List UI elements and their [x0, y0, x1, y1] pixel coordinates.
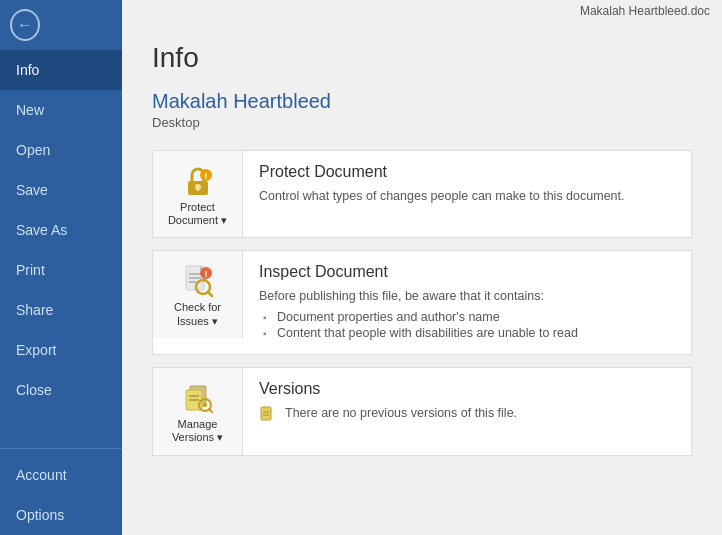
versions-icon-area[interactable]: ManageVersions ▾	[153, 368, 243, 454]
protect-icon: !	[178, 161, 218, 201]
page-title: Info	[152, 42, 692, 74]
sidebar-bottom: Account Options	[0, 455, 122, 535]
sidebar-item-close[interactable]: Close	[0, 370, 122, 410]
protect-desc: Control what types of changes people can…	[259, 187, 675, 206]
sidebar-item-saveas[interactable]: Save As	[0, 210, 122, 250]
svg-text:!: !	[204, 171, 207, 181]
svg-line-11	[208, 292, 212, 296]
inspect-icon: !	[178, 261, 218, 301]
protect-text-area: Protect Document Control what types of c…	[243, 151, 691, 218]
svg-rect-2	[196, 187, 199, 191]
inspect-text-area: Inspect Document Before publishing this …	[243, 251, 691, 354]
svg-line-19	[209, 409, 212, 412]
sidebar: ← Info New Open Save Save As Print Share…	[0, 0, 122, 535]
inspect-btn-label[interactable]: Check forIssues ▾	[174, 301, 221, 327]
inspect-list-item-1: Document properties and author's name	[259, 310, 675, 324]
main-content: Makalah Heartbleed.doc Info Makalah Hear…	[122, 0, 722, 535]
filename-label: Makalah Heartbleed.doc	[580, 4, 710, 18]
sidebar-divider	[0, 448, 122, 449]
versions-desc-row: There are no previous versions of this f…	[259, 404, 675, 423]
protect-icon-area[interactable]: ! ProtectDocument ▾	[153, 151, 243, 237]
versions-desc: There are no previous versions of this f…	[285, 404, 517, 423]
versions-card: ManageVersions ▾ Versions There are no p…	[152, 367, 692, 455]
sidebar-item-print[interactable]: Print	[0, 250, 122, 290]
sidebar-item-export[interactable]: Export	[0, 330, 122, 370]
sidebar-item-save[interactable]: Save	[0, 170, 122, 210]
versions-desc-icon	[259, 405, 277, 423]
inspect-card: ! Check forIssues ▾ Inspect Document Bef…	[152, 250, 692, 355]
back-icon: ←	[10, 9, 40, 41]
versions-btn-label[interactable]: ManageVersions ▾	[172, 418, 223, 444]
inspect-list: Document properties and author's name Co…	[259, 310, 675, 340]
versions-text-area: Versions There are no previous versions …	[243, 368, 691, 435]
sidebar-item-options[interactable]: Options	[0, 495, 122, 535]
inspect-heading: Inspect Document	[259, 263, 675, 281]
sidebar-item-open[interactable]: Open	[0, 130, 122, 170]
versions-heading: Versions	[259, 380, 675, 398]
protect-card: ! ProtectDocument ▾ Protect Document Con…	[152, 150, 692, 238]
svg-rect-21	[261, 407, 271, 420]
sidebar-nav: Info New Open Save Save As Print Share E…	[0, 50, 122, 442]
sidebar-item-account[interactable]: Account	[0, 455, 122, 495]
back-button[interactable]: ←	[0, 0, 50, 50]
versions-icon	[178, 378, 218, 418]
svg-point-20	[203, 403, 207, 407]
sidebar-item-new[interactable]: New	[0, 90, 122, 130]
protect-btn-label[interactable]: ProtectDocument ▾	[168, 201, 227, 227]
inspect-list-item-2: Content that people with disabilities ar…	[259, 326, 675, 340]
inspect-desc: Before publishing this file, be aware th…	[259, 287, 675, 306]
doc-title: Makalah Heartbleed	[152, 90, 692, 113]
protect-heading: Protect Document	[259, 163, 675, 181]
sidebar-item-info[interactable]: Info	[0, 50, 122, 90]
doc-subtitle: Desktop	[152, 115, 692, 130]
svg-text:!: !	[204, 269, 207, 279]
top-bar: Makalah Heartbleed.doc	[122, 0, 722, 22]
content-area: Info Makalah Heartbleed Desktop ! Prote	[122, 22, 722, 535]
sidebar-item-share[interactable]: Share	[0, 290, 122, 330]
inspect-icon-area[interactable]: ! Check forIssues ▾	[153, 251, 243, 337]
